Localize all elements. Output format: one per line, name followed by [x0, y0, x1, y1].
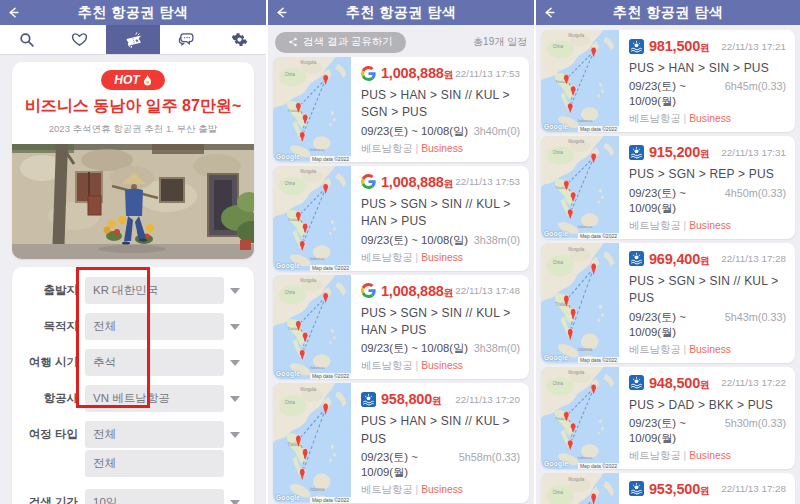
travel-site-icon: [629, 481, 644, 496]
svg-text:Indonesia: Indonesia: [578, 346, 593, 352]
cabin-class: Business: [421, 143, 463, 154]
flight-card[interactable]: Mongolia China Thailand Indonesia Google…: [541, 30, 795, 132]
share-button-label: 검색 결과 공유하기: [303, 35, 393, 49]
svg-text:Indonesia: Indonesia: [578, 119, 592, 123]
airline-row: 베트남항공|Business: [361, 251, 520, 265]
svg-text:China: China: [285, 180, 296, 185]
destination-select[interactable]: 전체: [85, 313, 224, 340]
airline-row: 베트남항공|Business: [361, 142, 520, 156]
tab-ticket-deals[interactable]: [106, 25, 159, 54]
svg-text:China: China: [285, 289, 296, 294]
dropdown-arrow-icon[interactable]: [224, 396, 246, 402]
svg-text:Mongolia: Mongolia: [300, 387, 316, 393]
search-range-select[interactable]: 10일: [85, 489, 224, 504]
dropdown-arrow-icon[interactable]: [224, 500, 246, 504]
airline-row: 베트남항공|Business: [361, 359, 520, 373]
google-maps-logo: Google: [276, 494, 300, 501]
route: PUS > HAN > SIN // KUL > PUS: [361, 413, 520, 448]
dropdown-arrow-icon[interactable]: [224, 288, 246, 294]
panel-search-form: 추천 항공권 탐색: [0, 0, 266, 504]
svg-text:Mongolia: Mongolia: [568, 246, 584, 252]
map-art: Mongolia China Thailand Indonesia: [541, 136, 619, 238]
promo-subtitle: 2023 추석연휴 항공권 추천 1. 부산 출발: [12, 123, 254, 136]
separator: |: [683, 344, 686, 355]
route: PUS > SGN > SIN // KUL > HAN > PUS: [361, 196, 520, 231]
currency-suffix: 원: [700, 484, 710, 498]
date-range: 09/23(토) ~ 10/08(일): [361, 233, 468, 248]
results-list: Mongolia China Thailand Indonesia Google…: [536, 25, 800, 504]
flight-card[interactable]: Mongolia China Thailand Indonesia Google…: [541, 243, 795, 363]
chat-icon: [178, 31, 195, 48]
separator: |: [683, 113, 686, 124]
cabin-class: Business: [421, 360, 463, 371]
google-maps-logo: Google: [544, 230, 568, 237]
map-thumbnail: Mongolia China Thailand Indonesia Google…: [541, 136, 619, 238]
tab-search[interactable]: [0, 25, 53, 54]
currency-suffix: 원: [700, 41, 710, 55]
flight-card[interactable]: Mongolia China Thailand Indonesia Google…: [541, 473, 795, 504]
map-art: Mongolia China Thailand Indonesia: [541, 473, 619, 504]
share-results-button[interactable]: 검색 결과 공유하기: [275, 32, 406, 53]
map-thumbnail: Mongolia China Thailand Indonesia Google…: [273, 383, 351, 503]
map-thumbnail: Mongolia China Thailand Indonesia Google…: [273, 166, 351, 271]
separator: |: [683, 450, 686, 461]
svg-text:Mongolia: Mongolia: [568, 33, 584, 38]
field-label: 목적지: [20, 319, 78, 334]
price-row: 958,800 원 22/11/13 17:20: [361, 390, 520, 408]
dropdown-arrow-icon[interactable]: [224, 432, 246, 438]
airline-name: 베트남항공: [361, 360, 412, 371]
promo-headline: 비즈니스 동남아 일주 87만원~: [12, 96, 254, 117]
price-row: 969,400 원 22/11/13 17:28: [629, 250, 786, 268]
svg-text:China: China: [285, 71, 296, 76]
flight-card[interactable]: Mongolia China Thailand Indonesia Google…: [273, 275, 529, 380]
date-range: 09/23(토) ~ 10/09(월): [629, 416, 725, 446]
google-icon: [361, 283, 376, 298]
itinerary-type-select[interactable]: 전체: [85, 421, 224, 448]
travel-period-select[interactable]: 추석: [85, 349, 224, 376]
route: PUS > SGN > SIN // KUL > PUS: [629, 273, 786, 308]
date-range: 09/23(토) ~ 10/09(월): [629, 79, 725, 109]
dropdown-arrow-icon[interactable]: [224, 324, 246, 330]
map-attribution: Map data ©2022: [578, 357, 619, 363]
map-attribution: Map data ©2022: [578, 233, 619, 239]
flight-card[interactable]: Mongolia China Thailand Indonesia Google…: [273, 383, 529, 503]
map-attribution: Map data ©2022: [578, 126, 619, 132]
airline-name: 베트남항공: [361, 143, 412, 154]
airline-name: 베트남항공: [361, 252, 412, 263]
departure-select[interactable]: KR 대한민국: [85, 277, 224, 304]
tab-chat[interactable]: [160, 25, 213, 54]
tab-settings[interactable]: [213, 25, 266, 54]
map-attribution: Map data ©2022: [578, 463, 619, 469]
map-thumbnail: Mongolia China Thailand Indonesia Google…: [541, 243, 619, 363]
price: 953,500: [649, 481, 700, 497]
flight-card[interactable]: Mongolia China Thailand Indonesia Google…: [273, 57, 529, 162]
cabin-class: Business: [421, 252, 463, 263]
promo-banner[interactable]: HOT 비즈니스 동남아 일주 87만원~ 2023 추석연휴 항공권 추천 1…: [12, 62, 254, 259]
svg-text:Mongolia: Mongolia: [300, 277, 316, 282]
svg-text:Indonesia: Indonesia: [578, 455, 592, 459]
svg-text:China: China: [553, 260, 564, 266]
currency-suffix: 원: [700, 147, 710, 161]
airline-row: 베트남항공|Business: [629, 219, 786, 233]
airline-select[interactable]: VN 베트남항공: [85, 385, 224, 412]
tab-favorites[interactable]: [53, 25, 106, 54]
price-row: 915,200 원 22/11/13 17:31: [629, 143, 786, 161]
google-maps-logo: Google: [276, 370, 300, 377]
flight-card[interactable]: Mongolia China Thailand Indonesia Google…: [273, 166, 529, 271]
airline-name: 베트남항공: [629, 450, 680, 461]
map-thumbnail: Mongolia China Thailand Indonesia Google…: [541, 367, 619, 469]
timestamp: 22/11/13 17:20: [455, 394, 520, 405]
map-art: Mongolia China Thailand Indonesia: [273, 275, 351, 380]
flight-card[interactable]: Mongolia China Thailand Indonesia Google…: [541, 136, 795, 238]
flight-card[interactable]: Mongolia China Thailand Indonesia Google…: [541, 367, 795, 469]
duration: 3h38m(0): [474, 234, 520, 246]
form-row-airline: 항공사 VN 베트남항공: [20, 385, 246, 412]
dropdown-arrow-icon[interactable]: [224, 360, 246, 366]
google-maps-logo: Google: [276, 153, 300, 160]
price-row: 1,008,888 원 22/11/13 17:53: [361, 173, 520, 191]
map-thumbnail: Mongolia China Thailand Indonesia Google…: [541, 30, 619, 132]
currency-suffix: 원: [444, 68, 454, 82]
itinerary-type-select-2[interactable]: 전체: [85, 450, 224, 477]
date-row: 09/23(토) ~ 10/08(일) 3h38m(0): [361, 233, 520, 248]
panel-results-1: 추천 항공권 탐색 검색 결과 공유하기 총19개 일정: [268, 0, 534, 504]
